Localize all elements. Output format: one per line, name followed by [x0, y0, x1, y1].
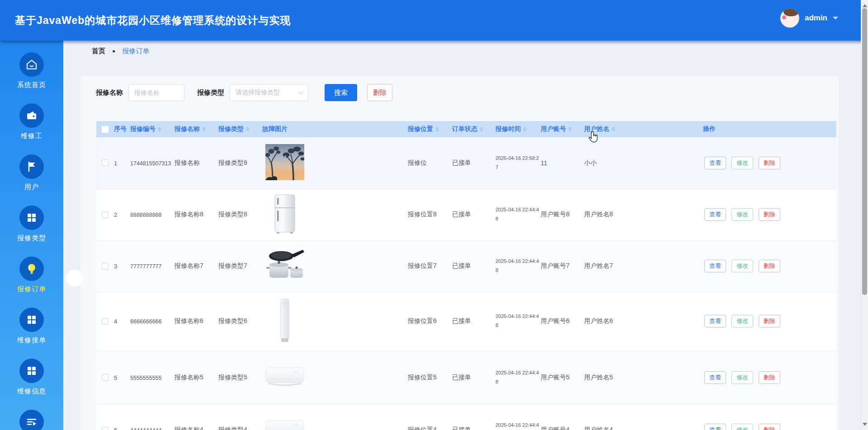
sidebar-item-more[interactable]: [0, 410, 63, 430]
delete-button[interactable]: 删除: [759, 157, 780, 169]
user-dropdown[interactable]: admin: [780, 9, 838, 28]
cell-repair-type: 报修类型6: [217, 292, 261, 351]
scrollbar-thumb[interactable]: [862, 8, 867, 295]
fault-image-wall-ac[interactable]: [265, 419, 304, 430]
cell-username: 用户姓名6: [583, 292, 702, 351]
scroll-up-arrow-icon[interactable]: [863, 2, 867, 7]
column-header-time[interactable]: 报修时间: [494, 121, 539, 137]
cell-repair-code: 1744815507313: [129, 137, 173, 189]
cell-actions: 查看 修改 删除: [702, 240, 836, 292]
sidebar-item-user[interactable]: 用户: [0, 154, 63, 206]
column-header-location[interactable]: 报修位置: [406, 121, 451, 137]
sidebar-item-repair-type[interactable]: 报修类型: [0, 206, 63, 257]
row-checkbox[interactable]: [102, 374, 108, 381]
row-checkbox[interactable]: [102, 263, 108, 270]
cell-account: 用户账号4: [539, 404, 583, 430]
table-row: 2 8888888888 报修名称8 报修类型8 报修位置8 已接单 2025-…: [96, 189, 836, 240]
column-header-username[interactable]: 用户姓名: [583, 121, 702, 137]
sidebar-item-repair-accept[interactable]: 维修接单: [0, 308, 63, 359]
breadcrumb-separator: ●: [112, 48, 115, 54]
fault-image-fridge[interactable]: [273, 194, 297, 235]
repair-name-input[interactable]: [128, 84, 184, 101]
cell-repair-name: 报修名称8: [173, 189, 217, 240]
row-checkbox[interactable]: [102, 427, 108, 430]
scroll-down-arrow-icon[interactable]: [863, 423, 867, 428]
edit-button[interactable]: 修改: [731, 315, 753, 327]
cell-checkbox: [96, 240, 113, 292]
cell-index: 6: [113, 404, 129, 430]
cell-fault-image: [261, 292, 406, 351]
edit-button[interactable]: 修改: [731, 260, 753, 272]
cell-repair-type: 报修类型7: [217, 240, 261, 292]
delete-button[interactable]: 删除: [759, 315, 780, 327]
app-header: 基于JavaWeb的城市花园小区维修管理系统的设计与实现 admin: [0, 0, 868, 41]
cell-time: 2025-04-16 22:44:48: [494, 351, 539, 404]
cell-repair-name: 报修名称6: [173, 292, 217, 351]
fault-image-trees[interactable]: [265, 144, 304, 182]
content-card: 报修名称 报修类型 请选择报修类型 搜索 删除: [80, 76, 839, 430]
cell-location: 报修位置5: [406, 351, 451, 404]
cell-actions: 查看 修改 删除: [702, 137, 836, 189]
row-checkbox[interactable]: [102, 159, 108, 166]
column-header-status[interactable]: 订单状态: [451, 121, 494, 137]
cell-username: 用户姓名7: [583, 240, 702, 292]
search-button[interactable]: 搜索: [325, 84, 357, 101]
edit-button[interactable]: 修改: [731, 424, 753, 430]
avatar[interactable]: [780, 9, 799, 28]
cell-repair-name: 报修名称4: [173, 404, 217, 430]
delete-button[interactable]: 删除: [759, 371, 780, 384]
select-all-checkbox[interactable]: [102, 126, 108, 133]
sidebar-item-repair-worker[interactable]: 维修工: [0, 103, 63, 154]
sidebar-item-repair-order[interactable]: 报修订单: [0, 257, 63, 308]
column-header-account[interactable]: 用户账号: [539, 121, 583, 137]
cell-checkbox: [96, 351, 113, 404]
view-button[interactable]: 查看: [704, 260, 726, 272]
sort-carets-icon[interactable]: [158, 125, 161, 133]
sort-carets-icon[interactable]: [568, 125, 572, 133]
cell-index: 2: [113, 189, 129, 240]
cell-account: 用户账号8: [539, 189, 583, 240]
edit-button[interactable]: 修改: [731, 371, 753, 384]
view-button[interactable]: 查看: [704, 424, 726, 430]
delete-button[interactable]: 删除: [759, 208, 780, 221]
sort-carets-icon[interactable]: [480, 125, 483, 133]
page-scrollbar[interactable]: [861, 0, 868, 430]
repair-type-label: 报修类型: [197, 89, 224, 97]
view-button[interactable]: 查看: [704, 315, 726, 327]
delete-button[interactable]: 删除: [759, 260, 780, 272]
edit-button[interactable]: 修改: [731, 208, 753, 221]
bulk-delete-button[interactable]: 删除: [367, 84, 392, 101]
edit-button[interactable]: 修改: [731, 157, 753, 169]
view-button[interactable]: 查看: [704, 371, 726, 384]
cell-repair-type: 报修类型8: [217, 137, 261, 189]
delete-button[interactable]: 删除: [759, 424, 780, 430]
column-header-index: 序号: [113, 121, 129, 137]
column-header-type[interactable]: 报修类型: [217, 121, 261, 137]
view-button[interactable]: 查看: [704, 157, 726, 169]
app-title: 基于JavaWeb的城市花园小区维修管理系统的设计与实现: [15, 14, 291, 28]
row-checkbox[interactable]: [102, 211, 108, 218]
sort-carets-icon[interactable]: [246, 125, 250, 133]
column-header-code[interactable]: 报修编号: [129, 121, 173, 137]
active-item-notch: [66, 270, 83, 287]
cell-repair-type: 报修类型8: [217, 189, 261, 240]
fault-image-wall-ac[interactable]: [265, 366, 304, 388]
sidebar-item-system-home[interactable]: 系统首页: [0, 52, 63, 103]
cell-repair-type: 报修类型4: [217, 404, 261, 430]
breadcrumb-home[interactable]: 首页: [92, 47, 105, 56]
column-header-actions: 操作: [702, 121, 836, 137]
sort-carets-icon[interactable]: [202, 125, 206, 133]
sort-carets-icon[interactable]: [435, 125, 439, 133]
sort-carets-icon[interactable]: [523, 125, 527, 133]
cell-fault-image: [261, 351, 406, 404]
fault-image-cookware[interactable]: [264, 249, 306, 284]
fault-image-vertical-ac[interactable]: [279, 299, 290, 344]
cell-location: 报修位置6: [406, 292, 451, 351]
row-checkbox[interactable]: [102, 318, 108, 325]
column-header-name[interactable]: 报修名称: [173, 121, 217, 137]
cell-actions: 查看 修改 删除: [702, 292, 836, 351]
sort-carets-icon[interactable]: [612, 125, 615, 133]
sidebar-item-repair-info[interactable]: 维修信息: [0, 359, 63, 410]
view-button[interactable]: 查看: [704, 208, 726, 221]
repair-type-select[interactable]: 请选择报修类型: [230, 84, 308, 101]
